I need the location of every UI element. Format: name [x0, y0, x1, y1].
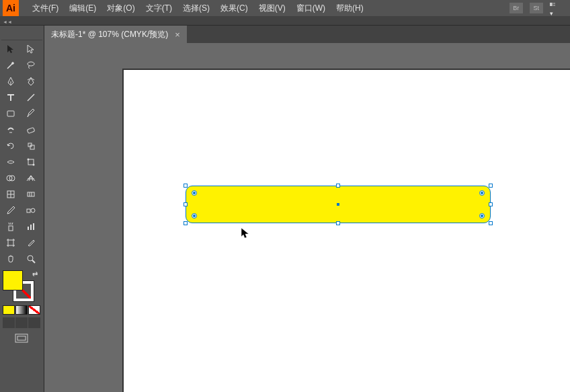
corner-widget-tr[interactable] [479, 190, 485, 196]
menu-help[interactable]: 帮助(H) [331, 0, 369, 16]
svg-rect-5 [7, 111, 14, 116]
svg-line-4 [28, 94, 34, 101]
menubar: Ai 文件(F) 编辑(E) 对象(O) 文字(T) 选择(S) 效果(C) 视… [0, 0, 570, 16]
toolbox: ⇄ [0, 26, 44, 392]
width-tool[interactable] [1, 155, 20, 169]
svg-rect-0 [550, 3, 553, 6]
menu-file[interactable]: 文件(F) [27, 0, 64, 16]
shaper-tool[interactable] [1, 122, 20, 137]
svg-line-28 [32, 260, 35, 263]
mesh-tool[interactable] [1, 187, 20, 202]
magic-wand-tool[interactable] [1, 58, 20, 73]
lasso-tool[interactable] [22, 58, 40, 73]
svg-point-11 [33, 164, 35, 166]
paintbrush-tool[interactable] [22, 106, 40, 121]
svg-rect-9 [28, 159, 34, 165]
selection-handle-tr[interactable] [489, 184, 493, 188]
menu-edit[interactable]: 编辑(E) [64, 0, 101, 16]
hand-tool[interactable] [1, 251, 20, 266]
toolbox-header [1, 27, 42, 40]
svg-point-27 [28, 256, 33, 261]
selection-handle-mr[interactable] [489, 202, 493, 206]
control-panel-collapsed[interactable] [0, 16, 570, 26]
color-mode-solid[interactable] [3, 305, 15, 315]
bridge-icon[interactable]: Br [510, 3, 523, 13]
svg-rect-26 [8, 240, 13, 245]
slice-tool[interactable] [22, 235, 40, 250]
eraser-tool[interactable] [22, 122, 40, 137]
type-tool[interactable] [1, 90, 20, 105]
menu-right-group: Br St ▾ [510, 0, 570, 17]
selected-shape-bounds [186, 186, 491, 223]
arrange-docs-icon[interactable]: ▾ [550, 0, 555, 17]
svg-rect-23 [28, 227, 29, 230]
menu-object[interactable]: 对象(O) [101, 0, 140, 16]
svg-rect-1 [553, 3, 555, 4]
direct-selection-tool[interactable] [22, 42, 40, 56]
draw-normal[interactable] [3, 317, 15, 328]
document-tab-bar: 未标题-1* @ 107% (CMYK/预览) × [44, 26, 570, 43]
swap-fill-stroke-icon[interactable]: ⇄ [32, 270, 38, 278]
svg-rect-20 [27, 209, 30, 212]
svg-rect-30 [17, 336, 26, 340]
pen-tool[interactable] [1, 74, 20, 89]
svg-rect-22 [9, 226, 13, 231]
svg-point-10 [28, 159, 30, 161]
stock-icon[interactable]: St [530, 3, 543, 13]
color-controls: ⇄ [1, 270, 42, 346]
fill-color-swatch[interactable] [3, 270, 23, 290]
gradient-tool[interactable] [22, 187, 40, 202]
column-graph-tool[interactable] [22, 219, 40, 234]
curvature-tool[interactable] [22, 74, 40, 89]
cursor-icon [241, 227, 250, 241]
line-tool[interactable] [22, 90, 40, 105]
selection-handle-bm[interactable] [336, 221, 340, 225]
menu-window[interactable]: 窗口(W) [291, 0, 331, 16]
draw-behind[interactable] [15, 317, 28, 328]
menu-effect[interactable]: 效果(C) [215, 0, 253, 16]
menu-type[interactable]: 文字(T) [140, 0, 177, 16]
svg-rect-8 [30, 145, 34, 149]
free-transform-tool[interactable] [22, 155, 40, 169]
svg-rect-6 [27, 127, 34, 133]
selection-tool[interactable] [1, 42, 20, 56]
scale-tool[interactable] [22, 139, 40, 153]
svg-point-3 [28, 62, 34, 66]
close-tab-icon[interactable]: × [175, 30, 180, 40]
artboard-tool[interactable] [1, 235, 20, 250]
selection-handle-bl[interactable] [184, 221, 188, 225]
document-tab[interactable]: 未标题-1* @ 107% (CMYK/预览) × [44, 26, 187, 43]
svg-rect-25 [33, 223, 34, 230]
corner-widget-tl[interactable] [192, 190, 197, 196]
rotate-tool[interactable] [1, 139, 20, 153]
selection-handle-br[interactable] [489, 221, 493, 225]
selection-handle-ml[interactable] [184, 202, 188, 206]
shape-builder-tool[interactable] [1, 171, 20, 186]
zoom-tool[interactable] [22, 251, 40, 266]
svg-rect-2 [553, 5, 555, 6]
color-mode-gradient[interactable] [15, 305, 28, 315]
svg-point-21 [31, 208, 35, 212]
document-tab-title: 未标题-1* @ 107% (CMYK/预览) [51, 29, 168, 40]
menu-select[interactable]: 选择(S) [177, 0, 215, 16]
draw-inside[interactable] [28, 317, 40, 328]
artboard[interactable] [124, 70, 570, 392]
selection-handle-tl[interactable] [184, 184, 188, 188]
menu-view[interactable]: 视图(V) [253, 0, 291, 16]
app-logo: Ai [3, 0, 19, 16]
svg-rect-24 [30, 225, 32, 230]
symbol-sprayer-tool[interactable] [1, 219, 20, 234]
corner-widget-br[interactable] [479, 213, 485, 219]
selection-handle-tm[interactable] [336, 184, 340, 188]
perspective-grid-tool[interactable] [22, 171, 40, 186]
svg-rect-17 [28, 192, 34, 196]
color-mode-none[interactable] [28, 305, 40, 315]
corner-widget-bl[interactable] [192, 213, 197, 219]
selection-center-point [337, 203, 339, 206]
eyedropper-tool[interactable] [1, 203, 20, 218]
canvas-area: 未标题-1* @ 107% (CMYK/预览) × [44, 26, 570, 392]
screen-mode-icon[interactable] [3, 334, 41, 346]
rectangle-tool[interactable] [1, 106, 20, 121]
blend-tool[interactable] [22, 203, 40, 218]
